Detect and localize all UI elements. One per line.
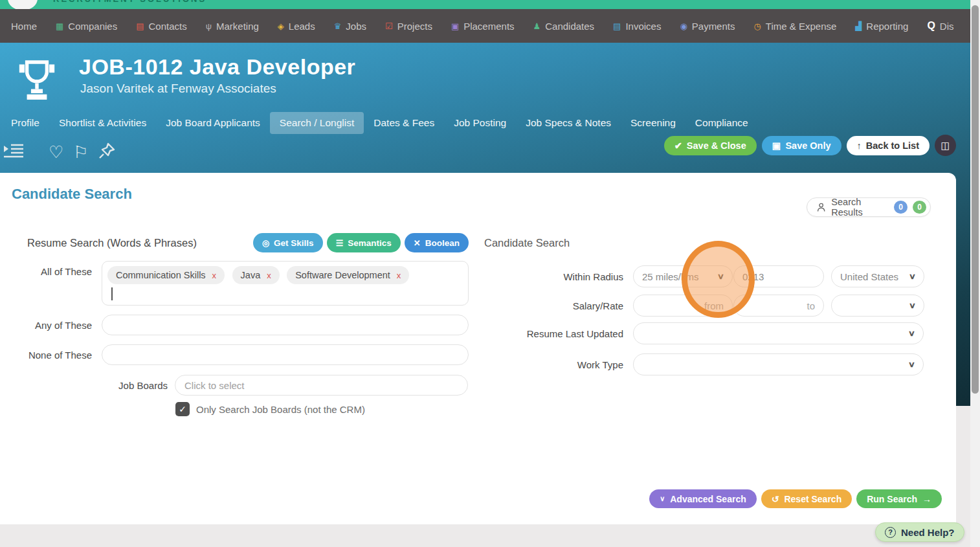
tab-search-longlist[interactable]: Search / Longlist xyxy=(270,112,364,134)
nav-item-companies[interactable]: ▦Companies xyxy=(56,21,117,32)
resume-search-section: Resume Search (Words & Phrases) ◎Get Ski… xyxy=(27,233,469,416)
postcode-input[interactable] xyxy=(733,265,824,287)
reset-icon: ↺ xyxy=(772,494,779,504)
remove-tag-icon[interactable]: x xyxy=(267,271,271,280)
nav-item-projects[interactable]: ☑Projects xyxy=(385,21,432,32)
resume-last-updated-label: Resume Last Updated xyxy=(484,328,623,339)
need-help-button[interactable]: ? Need Help? xyxy=(875,522,964,542)
panel-toggle-button[interactable]: ◫ xyxy=(935,135,956,156)
trophy-icon: ♛ xyxy=(334,22,342,30)
only-job-boards-checkbox[interactable]: ✓ xyxy=(175,402,190,416)
page-title: Candidate Search xyxy=(12,186,132,203)
quick-toolbar: ♡ ⚐ xyxy=(3,142,115,162)
search-actions: ∨Advanced Search ↺Reset Search Run Searc… xyxy=(484,489,942,508)
job-subtitle: Jason Varitek at Fenway Associates xyxy=(80,82,276,96)
nav-item-time-expense[interactable]: ◷Time & Expense xyxy=(753,21,836,32)
results-count-badge-green: 0 xyxy=(913,201,926,214)
keyword-tag[interactable]: Communication Skillsx xyxy=(107,266,225,284)
remove-tag-icon[interactable]: x xyxy=(212,271,217,280)
nav-item-payments[interactable]: ◉Payments xyxy=(680,21,735,32)
salary-period-select[interactable]: ∨ xyxy=(831,295,924,317)
resume-search-tools: ◎Get Skills ☰Semantics ✕Boolean xyxy=(253,233,469,252)
nav-item-marketing[interactable]: ψMarketing xyxy=(206,21,259,32)
tab-compliance[interactable]: Compliance xyxy=(685,112,758,134)
search-results-label: Search Results xyxy=(831,197,889,218)
remove-tag-icon[interactable]: x xyxy=(397,271,401,280)
nav-item-candidates[interactable]: ♟Candidates xyxy=(533,21,595,32)
chart-icon: ▟ xyxy=(855,22,862,30)
brand-text: RECRUITMENT SOLUTIONS xyxy=(53,0,206,4)
tab-job-board-applicants[interactable]: Job Board Applicants xyxy=(156,112,270,134)
save-and-close-button[interactable]: ✔Save & Close xyxy=(664,136,757,155)
semantics-button[interactable]: ☰Semantics xyxy=(327,233,401,252)
main-nav: Home ▦Companies ▤Contacts ψMarketing ◈Le… xyxy=(0,9,980,43)
nav-item-leads[interactable]: ◈Leads xyxy=(278,21,315,32)
nav-item-home[interactable]: Home xyxy=(6,21,37,32)
tab-screening[interactable]: Screening xyxy=(621,112,685,134)
results-count-badge-blue: 0 xyxy=(894,201,908,214)
keyword-tag[interactable]: Software Developmentx xyxy=(287,266,409,284)
tab-job-specs-notes[interactable]: Job Specs & Notes xyxy=(516,112,621,134)
boolean-button[interactable]: ✕Boolean xyxy=(405,233,469,252)
nav-item-placements[interactable]: ▣Placements xyxy=(451,21,515,32)
flag-icon[interactable]: ⚐ xyxy=(73,144,88,161)
country-select[interactable]: United States∨ xyxy=(831,265,924,287)
text-cursor xyxy=(111,287,113,300)
panel-icon: ◫ xyxy=(941,140,950,151)
arrow-right-icon: → xyxy=(922,494,931,504)
any-of-these-label: Any of These xyxy=(27,315,92,335)
chevron-down-icon: ∨ xyxy=(908,329,915,338)
tab-job-posting[interactable]: Job Posting xyxy=(444,112,516,134)
keyword-tag[interactable]: Javax xyxy=(232,266,280,284)
person-icon: ♟ xyxy=(533,22,541,30)
nav-item-contacts[interactable]: ▤Contacts xyxy=(136,21,187,32)
chevron-down-icon: ∨ xyxy=(717,272,724,281)
any-of-these-input[interactable] xyxy=(102,315,469,335)
app-window: RECRUITMENT SOLUTIONS Home ▦Companies ▤C… xyxy=(0,0,980,547)
chevron-down-icon: ∨ xyxy=(909,301,916,310)
radius-unit-select[interactable]: 25 miles/kms∨ xyxy=(633,265,733,287)
brand-logo xyxy=(8,0,38,9)
nav-item-reporting[interactable]: ▟Reporting xyxy=(855,21,908,32)
get-skills-button[interactable]: ◎Get Skills xyxy=(253,233,323,252)
header-actions: ✔Save & Close ▣Save Only ↑Back to List ◫ xyxy=(664,135,956,156)
job-boards-input[interactable] xyxy=(175,375,468,396)
none-of-these-label: None of These xyxy=(27,344,92,365)
contact-book-icon: ▤ xyxy=(136,22,144,30)
tab-profile[interactable]: Profile xyxy=(1,112,49,134)
resume-last-updated-select[interactable]: ∨ xyxy=(633,322,924,344)
tab-dates-fees[interactable]: Dates & Fees xyxy=(364,112,444,134)
run-search-button[interactable]: Run Search→ xyxy=(856,489,942,508)
indent-list-icon[interactable] xyxy=(3,142,25,162)
favorite-heart-icon[interactable]: ♡ xyxy=(49,144,63,161)
candidate-search-card: Candidate Search Search Results 0 0 Resu… xyxy=(0,173,956,524)
pin-icon[interactable] xyxy=(98,142,115,162)
nav-item-jobs[interactable]: ♛Jobs xyxy=(334,21,366,32)
search-icon: Q xyxy=(927,21,935,31)
reset-search-button[interactable]: ↺Reset Search xyxy=(761,489,852,508)
briefcase-icon: ▣ xyxy=(451,22,459,30)
all-of-these-field[interactable]: Communication Skillsx Javax Software Dev… xyxy=(102,261,469,306)
save-only-button[interactable]: ▣Save Only xyxy=(762,136,841,155)
only-job-boards-label: Only Search Job Boards (not the CRM) xyxy=(196,404,365,415)
chevron-down-icon: ∨ xyxy=(908,360,915,369)
salary-to-input[interactable] xyxy=(733,295,824,317)
scrollbar-track[interactable] xyxy=(970,0,980,547)
all-of-these-label: All of These xyxy=(27,261,92,306)
candidate-search-heading: Candidate Search xyxy=(484,233,942,252)
search-results-button[interactable]: Search Results 0 0 xyxy=(807,197,931,217)
scrollbar-thumb[interactable] xyxy=(972,5,979,394)
none-of-these-input[interactable] xyxy=(102,344,469,365)
clock-icon: ◷ xyxy=(753,22,761,30)
nav-item-discover[interactable]: QDis xyxy=(927,21,953,32)
target-icon: ◎ xyxy=(262,238,269,248)
work-type-select[interactable]: ∨ xyxy=(633,353,924,375)
nav-item-invoices[interactable]: ▤Invoices xyxy=(613,21,661,32)
advanced-search-button[interactable]: ∨Advanced Search xyxy=(649,489,757,508)
tab-shortlist-activities[interactable]: Shortlist & Activities xyxy=(49,112,156,134)
brand-bar: RECRUITMENT SOLUTIONS xyxy=(0,0,980,9)
salary-from-input[interactable] xyxy=(633,295,733,317)
back-to-list-button[interactable]: ↑Back to List xyxy=(847,136,930,155)
question-icon: ? xyxy=(885,527,896,538)
job-trophy-icon xyxy=(18,57,56,106)
